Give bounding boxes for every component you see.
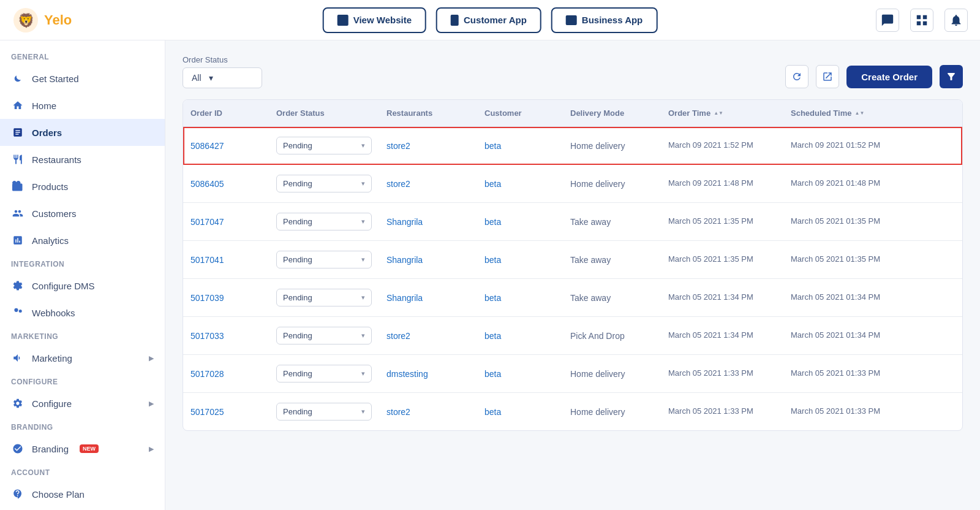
sidebar-item-products[interactable]: Products (0, 173, 165, 200)
cell-customer[interactable]: beta (477, 397, 563, 427)
grid-icon-button[interactable] (910, 9, 933, 32)
table-row[interactable]: 5086405 Pending ▾ store2 beta Home deliv… (183, 165, 962, 203)
cell-restaurant[interactable]: Shangrila (379, 207, 477, 237)
cell-delivery-mode: Home delivery (563, 359, 661, 389)
cell-status: Pending ▾ (269, 279, 379, 316)
refresh-button[interactable] (785, 65, 809, 88)
sidebar-item-restaurants[interactable]: Restaurants (0, 146, 165, 173)
home-icon (11, 99, 24, 112)
cell-scheduled-time: March 09 2021 01:52 PM (783, 130, 906, 161)
sidebar-item-get-started[interactable]: Get Started (0, 65, 165, 92)
status-dropdown[interactable]: Pending ▾ (276, 403, 372, 421)
cell-restaurant[interactable]: store2 (379, 321, 477, 351)
cell-restaurant[interactable]: store2 (379, 169, 477, 199)
status-dropdown[interactable]: Pending ▾ (276, 327, 372, 344)
table-row[interactable]: 5017028 Pending ▾ dmstesting beta Home d… (183, 355, 962, 393)
customer-app-button[interactable]: Customer App (436, 7, 541, 33)
cell-customer[interactable]: beta (477, 321, 563, 351)
cell-delivery-mode: Pick And Drop (563, 321, 661, 351)
cell-scheduled-time: March 05 2021 01:35 PM (783, 206, 906, 237)
sidebar-item-products-label: Products (32, 181, 68, 192)
status-dropdown[interactable]: Pending ▾ (276, 365, 372, 382)
order-status-label: Order Status (183, 55, 262, 64)
sidebar-item-customers[interactable]: Customers (0, 200, 165, 227)
mobile-icon (451, 15, 459, 26)
sidebar-item-configure[interactable]: Configure ▶ (0, 390, 165, 417)
status-dropdown[interactable]: Pending ▾ (276, 289, 372, 306)
cell-restaurant[interactable]: dmstesting (379, 359, 477, 389)
main-layout: General Get Started Home Orders Restaura… (0, 40, 980, 510)
col-scheduled-time[interactable]: Scheduled Time ▲▼ (783, 100, 906, 126)
printer-icon (566, 15, 577, 25)
bell-icon-button[interactable] (944, 9, 968, 32)
table-row[interactable]: 5086427 Pending ▾ store2 beta Home deliv… (183, 127, 962, 165)
cell-status: Pending ▾ (269, 241, 379, 278)
chevron-down-icon: ▾ (361, 408, 365, 416)
cell-order-time: March 09 2021 1:48 PM (661, 168, 783, 199)
chevron-down-icon: ▾ (361, 370, 365, 378)
sidebar-item-orders[interactable]: Orders (0, 119, 165, 146)
sidebar-item-analytics[interactable]: Analytics (0, 227, 165, 254)
products-icon (11, 180, 24, 193)
cell-order-id[interactable]: 5017047 (183, 207, 269, 237)
cell-status: Pending ▾ (269, 317, 379, 354)
create-order-button[interactable]: Create Order (846, 66, 932, 88)
col-delivery-mode: Delivery Mode (563, 100, 661, 126)
cell-order-id[interactable]: 5017041 (183, 245, 269, 275)
table-body: 5086427 Pending ▾ store2 beta Home deliv… (183, 127, 962, 430)
cell-restaurant[interactable]: store2 (379, 397, 477, 427)
sidebar-item-choose-plan[interactable]: Choose Plan (0, 481, 165, 508)
cell-scheduled-time: March 05 2021 01:33 PM (783, 396, 906, 427)
sidebar-section-configure: Configure (0, 371, 165, 390)
status-dropdown[interactable]: Pending ▾ (276, 213, 372, 230)
orders-table: Order ID Order Status Restaurants Custom… (183, 99, 963, 431)
logo-area: 🦁 Yelo (12, 7, 123, 34)
status-value: Pending (283, 369, 312, 378)
cell-status: Pending ▾ (269, 203, 379, 240)
cell-order-id[interactable]: 5017028 (183, 359, 269, 389)
cell-order-id[interactable]: 5086427 (183, 131, 269, 161)
table-row[interactable]: 5017041 Pending ▾ Shangrila beta Take aw… (183, 241, 962, 279)
cell-order-id[interactable]: 5017033 (183, 321, 269, 351)
table-row[interactable]: 5017025 Pending ▾ store2 beta Home deliv… (183, 393, 962, 430)
cell-order-id[interactable]: 5017025 (183, 397, 269, 427)
cell-order-time: March 05 2021 1:33 PM (661, 396, 783, 427)
status-dropdown[interactable]: Pending ▾ (276, 175, 372, 192)
status-dropdown[interactable]: Pending ▾ (276, 137, 372, 154)
view-website-button[interactable]: View Website (323, 7, 426, 33)
status-value: Pending (283, 293, 312, 302)
sidebar-item-branding[interactable]: Branding NEW ▶ (0, 435, 165, 462)
sidebar-item-marketing-label: Marketing (32, 353, 72, 363)
cell-customer[interactable]: beta (477, 283, 563, 313)
cell-restaurant[interactable]: Shangrila (379, 245, 477, 275)
sidebar-item-marketing[interactable]: Marketing ▶ (0, 344, 165, 371)
cell-customer[interactable]: beta (477, 131, 563, 161)
table-row[interactable]: 5017033 Pending ▾ store2 beta Pick And D… (183, 317, 962, 355)
cell-restaurant[interactable]: store2 (379, 131, 477, 161)
external-link-button[interactable] (816, 65, 839, 88)
chat-icon-button[interactable] (876, 9, 899, 32)
business-app-button[interactable]: Business App (551, 7, 657, 33)
col-customer: Customer (477, 100, 563, 126)
filter-button[interactable] (940, 65, 963, 88)
cell-customer[interactable]: beta (477, 207, 563, 237)
chevron-down-icon: ▾ (361, 142, 365, 150)
sidebar-item-configure-dms[interactable]: Configure DMS (0, 272, 165, 299)
cell-order-id[interactable]: 5017039 (183, 283, 269, 313)
business-app-label: Business App (582, 15, 643, 25)
cell-customer[interactable]: beta (477, 359, 563, 389)
cell-customer[interactable]: beta (477, 169, 563, 199)
col-order-time[interactable]: Order Time ▲▼ (661, 100, 783, 126)
cell-customer[interactable]: beta (477, 245, 563, 275)
chevron-down-icon: ▾ (361, 332, 365, 340)
sidebar-item-home[interactable]: Home (0, 92, 165, 119)
table-row[interactable]: 5017047 Pending ▾ Shangrila beta Take aw… (183, 203, 962, 241)
marketing-arrow-icon: ▶ (149, 354, 154, 362)
table-row[interactable]: 5017039 Pending ▾ Shangrila beta Take aw… (183, 279, 962, 317)
customer-app-label: Customer App (464, 15, 527, 25)
cell-restaurant[interactable]: Shangrila (379, 283, 477, 313)
order-status-select[interactable]: All ▾ (183, 67, 262, 88)
sidebar-item-webhooks[interactable]: Webhooks (0, 299, 165, 326)
cell-order-id[interactable]: 5086405 (183, 169, 269, 199)
status-dropdown[interactable]: Pending ▾ (276, 251, 372, 268)
